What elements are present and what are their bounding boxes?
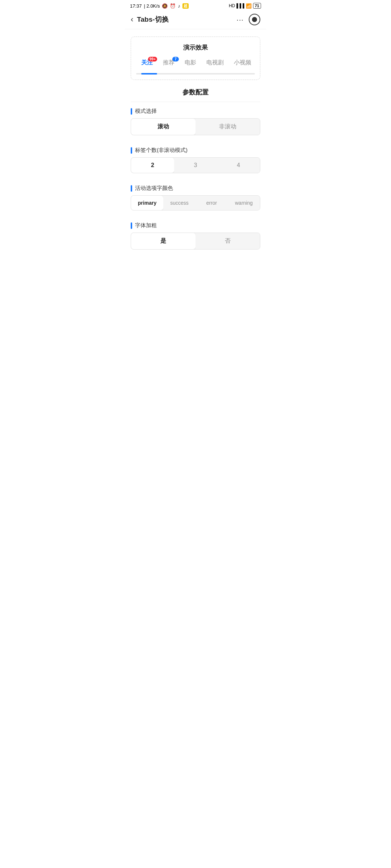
color-primary[interactable]: primary	[131, 196, 163, 210]
tabs-indicator	[141, 73, 157, 75]
config-title: 参数配置	[125, 88, 266, 97]
bold-yes[interactable]: 是	[131, 233, 196, 249]
color-segmented[interactable]: primary success error warning	[131, 195, 260, 210]
config-mode-text: 模式选择	[135, 108, 157, 115]
tab-dianying[interactable]: 电影	[180, 57, 201, 69]
config-tabcount-text: 标签个数(非滚动模式)	[135, 147, 188, 154]
mode-scroll[interactable]: 滚动	[131, 119, 196, 135]
status-bar: 17:37 | 2.0K/s 🔕 ⏰ ♪ 超 HD▐▐▐ 📶 71	[125, 0, 266, 10]
status-time: 17:37	[130, 3, 142, 9]
label-bar-icon	[131, 108, 132, 115]
tabs-track	[136, 73, 255, 75]
status-extra-icon: 超	[182, 3, 189, 9]
config-tabcount-label: 标签个数(非滚动模式)	[131, 147, 260, 154]
label-bar-icon4	[131, 222, 132, 229]
mode-segmented[interactable]: 滚动 非滚动	[131, 118, 260, 135]
tab-xiaoshipin-label: 小视频	[234, 59, 251, 65]
nav-actions: ···	[236, 14, 260, 25]
status-wifi-icon: 📶	[246, 3, 252, 9]
config-color-text: 活动选项字颜色	[135, 185, 173, 192]
tabcount-segmented[interactable]: 2 3 4	[131, 157, 260, 173]
status-alarm-icon: ⏰	[170, 3, 176, 9]
mode-noscroll[interactable]: 非滚动	[196, 119, 260, 135]
page-title: Tabs-切换	[137, 15, 236, 24]
tab-dianshiju-label: 电视剧	[206, 59, 224, 65]
back-button[interactable]: ‹	[131, 15, 133, 24]
status-mute-icon: 🔕	[162, 3, 168, 9]
color-success[interactable]: success	[163, 196, 196, 210]
tab-guanzhu[interactable]: 关注 99+	[136, 57, 158, 69]
record-icon	[252, 17, 257, 22]
record-button[interactable]	[249, 14, 260, 25]
color-warning[interactable]: warning	[228, 196, 260, 210]
more-options-button[interactable]: ···	[236, 16, 244, 24]
status-network: | 2.0K/s	[144, 3, 160, 9]
demo-card: 演示效果 关注 99+ 推荐 7 电影 电视剧 小视频	[131, 37, 260, 80]
config-bold-text: 字体加粗	[135, 222, 157, 229]
config-color: 活动选项字颜色 primary success error warning	[125, 179, 266, 210]
config-tabcount: 标签个数(非滚动模式) 2 3 4	[125, 141, 266, 173]
tab-guanzhu-badge: 99+	[148, 57, 157, 61]
demo-title: 演示效果	[136, 43, 255, 52]
config-color-label: 活动选项字颜色	[131, 185, 260, 192]
nav-bar: ‹ Tabs-切换 ···	[125, 10, 266, 29]
tabcount-3[interactable]: 3	[174, 158, 217, 173]
color-error[interactable]: error	[196, 196, 228, 210]
demo-tabs: 关注 99+ 推荐 7 电影 电视剧 小视频	[136, 57, 255, 72]
config-mode-label: 模式选择	[131, 108, 260, 115]
tabcount-2[interactable]: 2	[131, 158, 174, 173]
tab-tuijian-badge: 7	[172, 57, 179, 61]
label-bar-icon2	[131, 147, 132, 154]
tab-tuijian[interactable]: 推荐 7	[158, 57, 180, 69]
config-bold-label: 字体加粗	[131, 222, 260, 229]
bold-segmented[interactable]: 是 否	[131, 233, 260, 250]
status-left: 17:37 | 2.0K/s 🔕 ⏰ ♪ 超	[130, 3, 189, 9]
bold-no[interactable]: 否	[196, 233, 260, 249]
config-bold: 字体加粗 是 否	[125, 216, 266, 250]
tabcount-4[interactable]: 4	[217, 158, 260, 173]
status-right: HD▐▐▐ 📶 71	[229, 3, 261, 9]
tab-dianying-label: 电影	[185, 59, 196, 65]
status-signal-icon: HD▐▐▐	[229, 3, 244, 8]
tab-xiaoshipin[interactable]: 小视频	[229, 57, 255, 69]
label-bar-icon3	[131, 185, 132, 192]
config-mode: 模式选择 滚动 非滚动	[125, 102, 266, 135]
status-tiktok-icon: ♪	[178, 3, 180, 9]
tab-dianshiju[interactable]: 电视剧	[201, 57, 229, 69]
status-battery: 71	[253, 3, 261, 9]
